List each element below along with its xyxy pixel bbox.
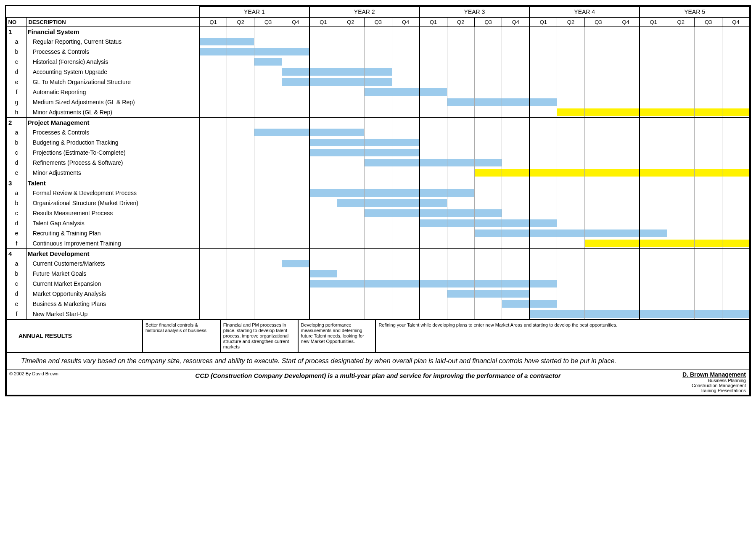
gantt-bar	[530, 280, 557, 288]
section-no: 1	[6, 26, 26, 37]
gantt-bar	[530, 300, 557, 308]
row-id: a	[6, 258, 26, 269]
row-id: f	[6, 238, 26, 248]
gantt-bar	[695, 169, 722, 177]
gantt-bar	[530, 169, 557, 177]
row-id: f	[6, 87, 26, 97]
year-3-header: YEAR 3	[420, 6, 530, 17]
brand-block: D. Brown Management Business Planning Co…	[665, 369, 749, 395]
gantt-bar	[667, 169, 694, 177]
gantt-bar	[310, 189, 337, 197]
row-label: Current Customers/Markets	[26, 258, 199, 269]
gantt-bar	[557, 108, 584, 116]
gantt-bar	[722, 310, 749, 318]
row-id: b	[6, 47, 26, 57]
brand-line-1: Business Planning	[708, 378, 746, 383]
row-id: b	[6, 269, 26, 279]
gantt-bar	[337, 149, 364, 156]
gantt-bar	[695, 108, 722, 116]
row-id: e	[6, 228, 26, 238]
gantt-bar	[502, 169, 529, 177]
gantt-bar	[585, 108, 612, 116]
row-label: Organizational Structure (Market Driven)	[26, 198, 199, 208]
row-label: Processes & Controls	[26, 127, 199, 137]
gantt-bar	[310, 129, 337, 136]
annual-year1: Better financial controls & historical a…	[143, 319, 220, 353]
quarter-header: Q1	[309, 17, 337, 26]
gantt-bar	[365, 280, 391, 288]
gantt-bar	[447, 159, 474, 166]
gantt-bar	[530, 98, 557, 106]
quarter-header: Q4	[282, 17, 309, 26]
quarter-header: Q2	[337, 17, 364, 26]
quarter-header: Q1	[640, 17, 667, 26]
row-label: GL To Match Organizational Structure	[26, 77, 199, 87]
gantt-bar	[612, 229, 639, 237]
row-label: Processes & Controls	[26, 47, 199, 57]
gantt-bar	[557, 169, 584, 177]
gantt-bar	[640, 229, 667, 237]
gantt-bar	[365, 159, 391, 166]
annual-year3: Developing performance measurements and …	[298, 319, 376, 353]
quarter-header: Q3	[584, 17, 612, 26]
gantt-bar	[282, 129, 309, 136]
gantt-bar	[365, 78, 391, 86]
gantt-bar	[722, 169, 749, 177]
gantt-bar	[667, 240, 694, 247]
row-label: Accounting System Upgrade	[26, 67, 199, 77]
row-id: h	[6, 107, 26, 117]
gantt-bar	[392, 139, 419, 146]
gantt-bar	[337, 68, 364, 76]
row-label: Automatic Reporting	[26, 87, 199, 97]
gantt-table: YEAR 1 YEAR 2 YEAR 3 YEAR 4 YEAR 5 NO DE…	[6, 6, 750, 319]
row-id: e	[6, 168, 26, 178]
quarter-header: Q1	[199, 17, 227, 26]
gantt-bar	[640, 310, 667, 318]
row-label: Minor Adjustments	[26, 168, 199, 178]
gantt-bar	[392, 189, 419, 197]
gantt-bar	[310, 149, 337, 156]
section-no: 4	[6, 248, 26, 258]
row-label: Regular Reporting, Current Status	[26, 37, 199, 47]
gantt-bar	[585, 229, 612, 237]
section-title: Project Management	[26, 117, 199, 127]
row-id: d	[6, 158, 26, 168]
row-label: New Market Start-Up	[26, 309, 199, 319]
gantt-bar	[337, 78, 364, 86]
quarter-header: Q3	[254, 17, 282, 26]
row-id: a	[6, 188, 26, 198]
section-no: 2	[6, 117, 26, 127]
gantt-bar	[337, 129, 364, 136]
row-label: Continuous Improvement Training	[26, 238, 199, 248]
col-no-header: NO	[6, 17, 26, 26]
section-title: Financial System	[26, 26, 199, 37]
gantt-bar	[557, 229, 584, 237]
gantt-bar	[530, 219, 557, 227]
row-id: d	[6, 218, 26, 228]
row-label: Minor Adjustments (GL & Rep)	[26, 107, 199, 117]
row-id: b	[6, 198, 26, 208]
gantt-bar	[557, 310, 584, 318]
gantt-bar	[475, 98, 502, 106]
section-title: Market Development	[26, 248, 199, 258]
row-id: c	[6, 57, 26, 67]
gantt-bar	[640, 108, 667, 116]
gantt-bar	[310, 270, 337, 277]
gantt-bar	[640, 169, 667, 177]
gantt-bar	[475, 290, 502, 298]
gantt-bar	[282, 68, 309, 76]
gantt-chart: YEAR 1 YEAR 2 YEAR 3 YEAR 4 YEAR 5 NO DE…	[5, 5, 751, 396]
gantt-bar	[392, 280, 419, 288]
gantt-bar	[447, 219, 474, 227]
gantt-bar	[282, 78, 309, 86]
gantt-bar	[254, 58, 281, 66]
gantt-bar	[722, 108, 749, 116]
gantt-bar	[475, 209, 502, 217]
row-id: c	[6, 279, 26, 289]
gantt-bar	[447, 98, 474, 106]
gantt-bar	[585, 310, 612, 318]
gantt-bar	[475, 159, 502, 166]
quarter-header: Q4	[392, 17, 419, 26]
gantt-bar	[722, 240, 749, 247]
annual-year4-5: Refining your Talent while developing pl…	[375, 319, 750, 353]
